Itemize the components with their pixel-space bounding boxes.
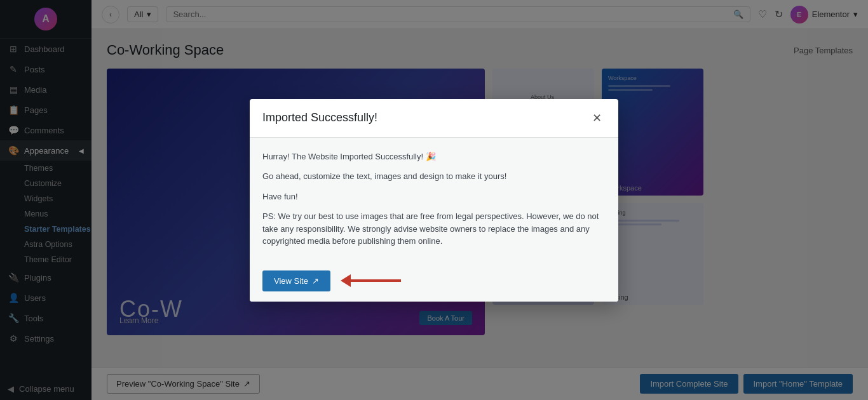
modal-overlay[interactable]: Imported Successfully! ✕ Hurray! The Web… [0,0,868,400]
modal-line2: Go ahead, customize the text, images and… [262,170,606,183]
modal-body: Hurray! The Website Imported Successfull… [250,138,618,260]
view-site-button[interactable]: View Site ↗ [262,270,330,291]
modal-close-button[interactable]: ✕ [588,109,606,127]
arrow-body [350,279,401,282]
modal-header: Imported Successfully! ✕ [250,99,618,138]
arrow-head [341,274,351,287]
modal-dialog: Imported Successfully! ✕ Hurray! The Web… [250,99,618,302]
modal-line4: PS: We try our best to use images that a… [262,210,606,248]
modal-line3: Have fun! [262,190,606,203]
arrow-indicator [341,274,401,287]
modal-title: Imported Successfully! [262,111,377,124]
modal-line1: Hurray! The Website Imported Successfull… [262,150,606,163]
modal-footer: View Site ↗ [250,260,618,302]
close-icon: ✕ [592,111,602,125]
external-link-icon: ↗ [312,276,319,286]
